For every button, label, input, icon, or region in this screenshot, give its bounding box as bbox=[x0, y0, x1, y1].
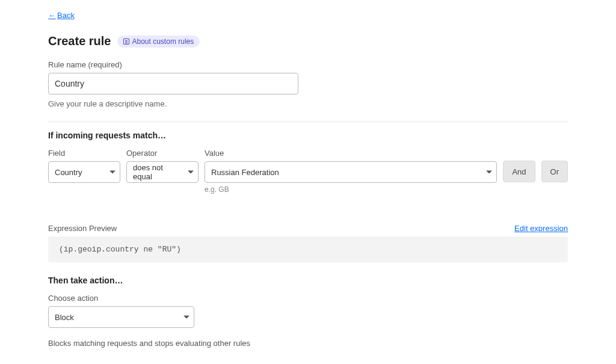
value-select-value: Russian Federation bbox=[211, 168, 279, 177]
action-section-title: Then take action… bbox=[48, 276, 568, 285]
action-select-value: Block bbox=[55, 313, 74, 322]
expression-preview-code: (ip.geoip.country ne "RU") bbox=[48, 236, 568, 262]
match-section-title: If incoming requests match… bbox=[48, 131, 568, 140]
value-select[interactable]: Russian Federation bbox=[205, 161, 497, 183]
expression-preview-label: Expression Preview bbox=[48, 224, 117, 233]
field-label: Field bbox=[48, 149, 120, 158]
document-icon bbox=[123, 39, 129, 45]
edit-expression-link[interactable]: Edit expression bbox=[514, 224, 568, 233]
field-select[interactable]: Country bbox=[48, 161, 120, 183]
page-title: Create rule bbox=[48, 34, 111, 48]
about-custom-rules-badge[interactable]: About custom rules bbox=[117, 35, 200, 48]
field-select-value: Country bbox=[55, 168, 82, 177]
value-example: e.g. GB bbox=[205, 185, 497, 194]
value-label: Value bbox=[205, 149, 497, 158]
about-label: About custom rules bbox=[132, 37, 194, 46]
arrow-left-icon: ← bbox=[48, 11, 56, 20]
rule-name-input[interactable] bbox=[48, 73, 298, 94]
rule-name-helper: Give your rule a descriptive name. bbox=[48, 99, 568, 108]
choose-action-label: Choose action bbox=[48, 294, 568, 303]
operator-label: Operator bbox=[126, 149, 199, 158]
action-select[interactable]: Block bbox=[48, 306, 194, 328]
operator-select-value: does not equal bbox=[133, 163, 181, 181]
rule-name-label: Rule name (required) bbox=[48, 60, 568, 69]
back-link[interactable]: ← Back bbox=[48, 11, 75, 20]
or-button[interactable]: Or bbox=[541, 161, 568, 182]
divider bbox=[48, 122, 568, 122]
back-label: Back bbox=[57, 11, 75, 20]
action-description: Blocks matching requests and stops evalu… bbox=[48, 339, 568, 348]
operator-select[interactable]: does not equal bbox=[126, 161, 199, 183]
and-button[interactable]: And bbox=[503, 161, 535, 182]
